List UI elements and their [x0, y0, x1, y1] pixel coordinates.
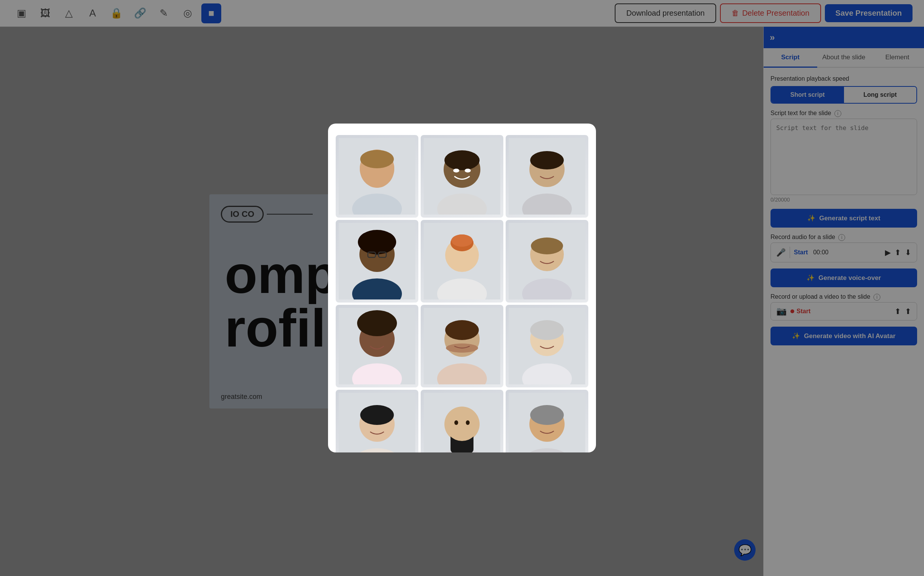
svg-point-56 [466, 420, 470, 425]
avatar-11[interactable] [421, 390, 503, 452]
svg-point-9 [444, 150, 480, 170]
svg-point-20 [362, 234, 392, 251]
modal-overlay[interactable] [0, 0, 924, 576]
svg-point-15 [530, 151, 564, 169]
avatar-grid [336, 135, 588, 452]
avatar-8[interactable] [421, 305, 503, 387]
avatar-3[interactable] [506, 135, 588, 218]
svg-point-28 [451, 234, 473, 247]
avatar-6[interactable] [506, 220, 588, 303]
avatar-4[interactable] [336, 220, 418, 303]
avatar-7[interactable] [336, 305, 418, 387]
svg-point-11 [465, 169, 471, 172]
svg-point-32 [531, 238, 563, 254]
svg-point-10 [453, 169, 459, 172]
svg-point-36 [357, 310, 397, 336]
avatar-9[interactable] [506, 305, 588, 387]
svg-point-49 [360, 405, 394, 425]
avatar-1[interactable] [336, 135, 418, 218]
avatar-5[interactable] [421, 220, 503, 303]
svg-point-54 [445, 407, 479, 441]
svg-point-45 [530, 320, 564, 340]
avatar-selection-modal [328, 124, 596, 452]
avatar-12[interactable] [506, 390, 588, 452]
svg-point-40 [445, 320, 479, 340]
svg-point-55 [454, 420, 458, 425]
svg-point-60 [530, 405, 564, 425]
avatar-2[interactable] [421, 135, 503, 218]
avatar-10[interactable] [336, 390, 418, 452]
svg-point-5 [360, 150, 394, 168]
